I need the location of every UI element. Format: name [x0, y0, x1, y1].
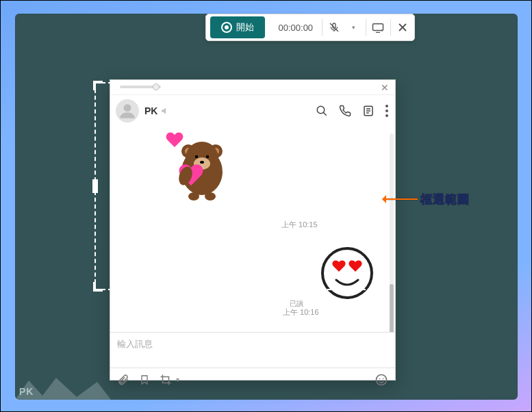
annotation-arrow	[383, 198, 418, 200]
record-start-label: 開始	[236, 21, 254, 34]
message-input[interactable]: 輸入訊息	[110, 332, 395, 368]
call-icon[interactable]	[339, 105, 351, 117]
svg-point-31	[377, 374, 387, 385]
sticker-bear-heart	[164, 131, 232, 206]
speaker-muted-icon	[160, 106, 170, 116]
chat-header: PK	[110, 95, 395, 127]
emoji-picker-icon[interactable]	[375, 373, 388, 387]
chat-action-bar	[316, 105, 388, 117]
chat-titlebar[interactable]: ✕	[110, 80, 395, 95]
attach-icon[interactable]	[117, 374, 129, 386]
svg-point-24	[195, 155, 198, 158]
search-icon[interactable]	[316, 105, 328, 117]
svg-point-15	[385, 110, 388, 112]
svg-point-27	[188, 192, 199, 201]
svg-line-9	[323, 112, 327, 116]
contact-name: PK	[144, 105, 157, 116]
watermark-text: PK	[19, 386, 34, 397]
avatar[interactable]	[116, 99, 139, 123]
screen-share-button[interactable]	[366, 22, 390, 33]
recorder-toolbar: 開始 00:00:00 ▾	[205, 14, 415, 41]
svg-point-16	[385, 114, 388, 117]
svg-point-25	[206, 155, 209, 158]
crop-icon[interactable]	[160, 374, 172, 386]
chat-window: ✕ PK	[110, 79, 396, 381]
svg-rect-3	[373, 24, 383, 31]
record-timer: 00:00:00	[269, 23, 322, 33]
svg-point-28	[205, 192, 216, 201]
notes-icon[interactable]	[362, 105, 375, 117]
message-1-timestamp: 上午 10:15	[281, 220, 318, 230]
opacity-slider-knob[interactable]	[153, 83, 160, 90]
svg-point-32	[379, 378, 381, 379]
svg-point-33	[383, 378, 384, 379]
chat-scrollbar-thumb[interactable]	[390, 284, 394, 332]
chat-close-button[interactable]: ✕	[379, 81, 391, 94]
svg-point-7	[124, 104, 131, 112]
svg-point-14	[385, 105, 388, 107]
record-icon	[221, 22, 232, 33]
message-input-placeholder: 輸入訊息	[117, 339, 153, 349]
svg-point-26	[200, 161, 204, 164]
sticker-heart-eyes-emoji	[320, 246, 375, 300]
recorder-close-button[interactable]	[391, 23, 415, 32]
mic-options-chevron-icon[interactable]: ▾	[342, 24, 366, 31]
chat-bottom-toolbar: ▾	[110, 368, 395, 391]
annotation-label: 框選範圍	[420, 192, 470, 207]
bookmark-icon[interactable]	[139, 374, 150, 386]
crop-chevron-icon[interactable]: ▾	[176, 376, 179, 383]
svg-point-30	[322, 248, 372, 298]
more-icon[interactable]	[385, 105, 388, 117]
svg-point-4	[381, 29, 383, 31]
chat-body: 上午 10:15 已讀 上午 10:16	[110, 127, 395, 332]
svg-point-8	[317, 106, 325, 114]
record-start-button[interactable]: 開始	[210, 16, 265, 38]
message-2-timestamp: 上午 10:16	[283, 307, 319, 318]
